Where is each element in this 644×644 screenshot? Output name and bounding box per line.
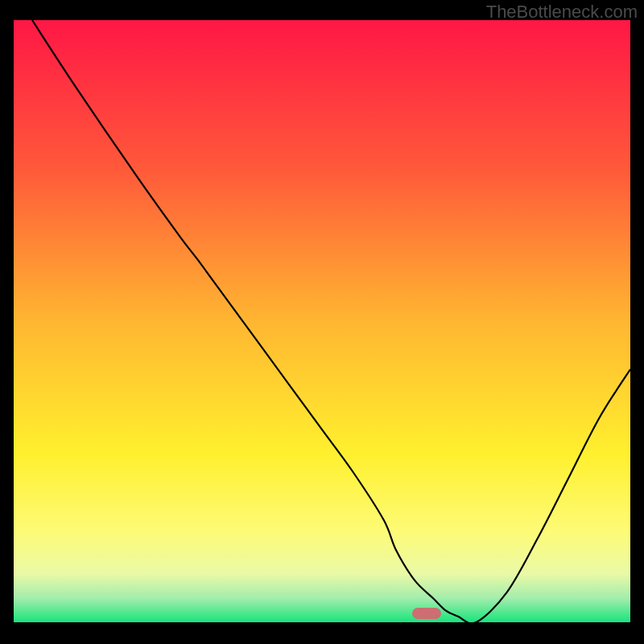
chart-marker [412,608,441,619]
chart-curve [14,20,630,622]
watermark-text: TheBottleneck.com [486,2,638,23]
chart-plot-area [14,20,630,622]
